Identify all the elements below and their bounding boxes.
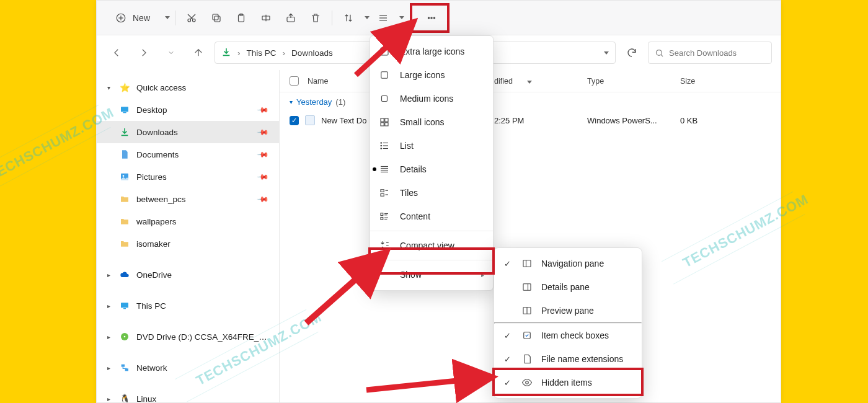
folder-icon — [119, 238, 130, 249]
file-size: 0 KB — [680, 116, 730, 125]
svg-rect-22 — [121, 107, 128, 112]
sidebar-item-pictures[interactable]: Pictures 📌 — [97, 166, 279, 188]
svg-line-5 — [190, 14, 195, 19]
file-date: 2:25 PM — [494, 116, 587, 125]
delete-button[interactable] — [304, 7, 327, 29]
linux-icon: 🐧 — [119, 393, 130, 402]
toolbar-separator — [332, 11, 332, 25]
copy-button[interactable] — [205, 7, 228, 29]
svg-rect-37 — [381, 123, 384, 126]
sidebar-item-desktop[interactable]: Desktop 📌 — [97, 99, 279, 121]
menu-content[interactable]: Content — [370, 205, 493, 228]
arrow-annotation — [363, 360, 500, 400]
star-icon: ⭐ — [119, 82, 130, 93]
sidebar-network[interactable]: ▸ Network — [97, 356, 279, 379]
submenu-details-pane[interactable]: Details pane — [494, 275, 642, 299]
breadcrumb-folder[interactable]: Downloads — [291, 48, 333, 58]
svg-rect-23 — [123, 112, 126, 113]
file-explorer-window: New › This PC › Downloads — [96, 0, 781, 403]
file-icon — [521, 353, 533, 365]
column-size[interactable]: Size — [680, 77, 730, 86]
sidebar-quick-access[interactable]: ▾ ⭐ Quick access — [97, 76, 279, 99]
sidebar-item-label: wallpapers — [136, 217, 272, 226]
paste-button[interactable] — [230, 7, 252, 29]
svg-point-20 — [657, 50, 662, 55]
pane-icon — [521, 281, 533, 293]
select-all-checkbox[interactable] — [290, 76, 299, 86]
disc-icon — [119, 331, 130, 342]
pin-icon: 📌 — [257, 104, 270, 117]
share-button[interactable] — [280, 7, 302, 29]
downloads-icon — [119, 126, 130, 138]
menu-details[interactable]: Details — [370, 157, 493, 181]
file-checkbox[interactable] — [290, 116, 299, 125]
rename-button[interactable] — [255, 7, 277, 29]
menu-small-icons[interactable]: Small icons — [370, 110, 493, 134]
group-count: (1) — [335, 97, 345, 107]
svg-line-68 — [356, 25, 410, 75]
svg-line-6 — [188, 14, 193, 19]
cloud-icon — [119, 269, 130, 280]
sidebar-onedrive[interactable]: ▸ OneDrive — [97, 264, 279, 286]
documents-icon — [119, 149, 130, 160]
menu-tiles[interactable]: Tiles — [370, 181, 493, 205]
pane-icon — [521, 305, 533, 316]
svg-line-72 — [366, 378, 487, 390]
arrow-annotation — [351, 19, 425, 84]
check-icon: ✓ — [502, 355, 513, 364]
svg-point-43 — [381, 145, 382, 146]
recent-locations-button[interactable] — [160, 42, 182, 64]
details-icon — [379, 164, 390, 175]
file-type: Windows PowerS... — [587, 116, 680, 125]
new-button[interactable]: New — [105, 7, 160, 29]
file-row[interactable]: New Text Do 2:25 PM Windows PowerS... 0 … — [280, 110, 781, 130]
chevron-right-icon: ▸ — [104, 396, 113, 402]
monitor-icon — [119, 300, 130, 311]
svg-rect-30 — [122, 365, 125, 367]
breadcrumb-root[interactable]: This PC — [247, 48, 277, 58]
sidebar-item-label: between_pcs — [136, 195, 252, 204]
new-button-label: New — [133, 13, 150, 23]
downloads-icon — [221, 47, 231, 59]
forward-button[interactable] — [133, 42, 155, 64]
submenu-item-check-boxes[interactable]: ✓Item check boxes — [494, 324, 642, 347]
sidebar-item-folder[interactable]: between_pcs 📌 — [97, 188, 279, 210]
breadcrumb-separator: › — [283, 48, 286, 58]
cut-button[interactable] — [180, 7, 203, 29]
sidebar-item-label: Linux — [136, 394, 272, 403]
sidebar-item-downloads[interactable]: Downloads 📌 — [97, 121, 279, 143]
menu-medium-icons[interactable]: Medium icons — [370, 87, 493, 110]
highlight-hidden-items — [492, 368, 644, 396]
sidebar-item-documents[interactable]: Documents 📌 — [97, 143, 279, 166]
sidebar-this-pc[interactable]: ▸ This PC — [97, 294, 279, 317]
refresh-button[interactable] — [621, 42, 643, 64]
network-icon — [119, 362, 130, 373]
file-group-header[interactable]: ▾ Yesterday (1) — [280, 92, 781, 110]
svg-point-44 — [381, 148, 382, 149]
sidebar-item-label: OneDrive — [136, 270, 272, 280]
sidebar-dvd[interactable]: ▸ DVD Drive (D:) CCSA_X64FRE_EN-US_D — [97, 326, 279, 348]
column-type[interactable]: Type — [587, 77, 680, 86]
pin-icon: 📌 — [257, 193, 270, 206]
menu-list[interactable]: List — [370, 134, 493, 157]
submenu-navigation-pane[interactable]: ✓Navigation pane — [494, 252, 642, 275]
chevron-down-icon[interactable] — [604, 51, 609, 55]
sidebar-item-label: Quick access — [136, 83, 272, 92]
up-button[interactable] — [187, 42, 210, 64]
sidebar-item-folder[interactable]: wallpapers — [97, 210, 279, 232]
sidebar-item-label: Network — [136, 363, 272, 373]
back-button[interactable] — [105, 42, 128, 64]
pin-icon: 📌 — [257, 148, 270, 161]
sidebar-linux[interactable]: ▸ 🐧 Linux — [97, 388, 279, 402]
checkbox-icon — [521, 330, 533, 341]
selected-dot-icon — [373, 167, 376, 171]
sidebar-item-label: Desktop — [136, 105, 252, 115]
search-input[interactable]: Search Downloads — [648, 42, 772, 64]
arrow-annotation — [301, 249, 394, 332]
sidebar-item-folder[interactable]: isomaker — [97, 232, 279, 255]
column-date[interactable]: dified — [494, 77, 587, 86]
submenu-preview-pane[interactable]: Preview pane — [494, 299, 642, 322]
navigation-pane: ▾ ⭐ Quick access Desktop 📌 Downloads 📌 D… — [97, 70, 280, 402]
column-name[interactable]: Name — [308, 77, 328, 86]
svg-rect-61 — [523, 284, 531, 291]
